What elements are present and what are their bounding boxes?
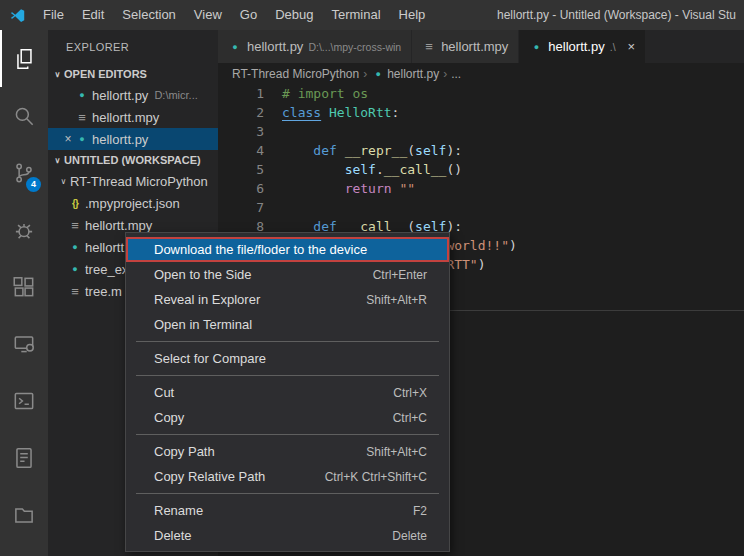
menu-item-label: Copy [154, 410, 184, 425]
context-menu-item-delete[interactable]: DeleteDelete [126, 523, 449, 548]
tab-label: hellortt.mpy [441, 39, 508, 54]
tree-item-label: .mpyproject.json [85, 196, 180, 211]
tab-detail: .\ [610, 41, 616, 53]
context-menu-separator [136, 493, 439, 494]
context-menu-separator [136, 341, 439, 342]
vscode-logo-icon [8, 6, 26, 24]
source-control-badge: 4 [26, 177, 41, 192]
line-number: 7 [218, 198, 282, 217]
file-icon-py: ● [75, 134, 89, 144]
menu-item-label: Download the file/floder to the device [154, 242, 367, 257]
code-text: self.__call__() [282, 160, 462, 179]
open-editor-detail: D:\micr... [154, 89, 197, 101]
breadcrumb-item-hellortt-py[interactable]: ●hellortt.py [371, 67, 439, 81]
activity-source-control-icon[interactable]: 4 [0, 144, 48, 201]
menubar-item-file[interactable]: File [34, 0, 73, 30]
code-text: return "" [282, 179, 415, 198]
menu-item-label: Copy Path [154, 444, 215, 459]
menu-shortcut: F2 [413, 504, 427, 518]
activity-debug-icon[interactable] [0, 201, 48, 258]
tab-label: hellortt.py [247, 39, 303, 54]
breadcrumb-item-rt-thread-micropython[interactable]: RT-Thread MicroPython [232, 67, 359, 81]
file-icon-py: ● [228, 42, 242, 52]
menu-item-label: Copy Relative Path [154, 469, 265, 484]
menubar-item-edit[interactable]: Edit [73, 0, 113, 30]
close-icon[interactable]: × [61, 132, 75, 146]
activity-output-icon[interactable] [0, 429, 48, 486]
context-menu-separator [136, 434, 439, 435]
tab-label: hellortt.py [548, 39, 604, 54]
open-editor-label: hellortt.mpy [92, 110, 159, 125]
editor-tab-hellortt-mpy[interactable]: ≡hellortt.mpy [412, 30, 518, 63]
open-editor-hellortt-py[interactable]: ×●hellortt.py [48, 128, 218, 150]
chevron-down-icon: ∨ [57, 177, 70, 186]
line-number: 1 [218, 84, 282, 103]
breadcrumb-label: hellortt.py [387, 67, 439, 81]
activity-extensions-icon[interactable] [0, 258, 48, 315]
workspace-header[interactable]: ∨ UNTITLED (WORKSPACE) [48, 150, 218, 170]
context-menu-item-open-in-terminal[interactable]: Open in Terminal [126, 312, 449, 337]
context-menu-separator [136, 375, 439, 376]
tree-item-label: tree.m [85, 284, 122, 299]
menubar-item-go[interactable]: Go [231, 0, 266, 30]
context-menu-item-reveal-in-explorer[interactable]: Reveal in ExplorerShift+Alt+R [126, 287, 449, 312]
activity-folder-icon[interactable] [0, 486, 48, 543]
file-icon-py: ● [68, 264, 82, 274]
code-line: 7 [218, 198, 744, 217]
activity-remote-device-icon[interactable] [0, 315, 48, 372]
open-editor-hellortt-py[interactable]: ●hellortt.pyD:\micr... [48, 84, 218, 106]
menu-shortcut: Shift+Alt+C [366, 445, 427, 459]
file-icon-py: ● [75, 90, 89, 100]
code-line: 4 def __repr__(self): [218, 141, 744, 160]
menu-item-label: Open to the Side [154, 267, 252, 282]
open-editors-header[interactable]: ∨ OPEN EDITORS [48, 64, 218, 84]
folder-rt-thread-micropython[interactable]: ∨ RT-Thread MicroPython [48, 170, 218, 192]
code-line: 1# import os [218, 84, 744, 103]
context-menu-item-rename[interactable]: RenameF2 [126, 498, 449, 523]
activity-bar: 4 [0, 30, 48, 556]
menubar-item-help[interactable]: Help [390, 0, 435, 30]
menu-item-label: Reveal in Explorer [154, 292, 260, 307]
tree-item-label: tree_ex [85, 262, 128, 277]
tab-close-icon[interactable]: × [628, 39, 636, 54]
activity-search-icon[interactable] [0, 87, 48, 144]
open-editor-hellortt-mpy[interactable]: ≡hellortt.mpy [48, 106, 218, 128]
tree-item-mpyproject-json[interactable]: {}.mpyproject.json [48, 192, 218, 214]
menubar-item-view[interactable]: View [185, 0, 231, 30]
sidebar-title: EXPLORER [48, 30, 218, 64]
context-menu-item-open-to-the-side[interactable]: Open to the SideCtrl+Enter [126, 262, 449, 287]
code-text: class HelloRtt: [282, 103, 399, 122]
menubar-item-debug[interactable]: Debug [266, 0, 322, 30]
breadcrumb-label: RT-Thread MicroPython [232, 67, 359, 81]
code-line: 3 [218, 122, 744, 141]
menu-bar: FileEditSelectionViewGoDebugTerminalHelp [34, 0, 434, 30]
menubar-item-terminal[interactable]: Terminal [322, 0, 389, 30]
workspace-label: UNTITLED (WORKSPACE) [64, 154, 201, 166]
context-menu-item-copy-relative-path[interactable]: Copy Relative PathCtrl+K Ctrl+Shift+C [126, 464, 449, 489]
editor-tab-hellortt-py-d-mpy-cross-win[interactable]: ●hellortt.pyD:\...\mpy-cross-win [218, 30, 411, 63]
menu-shortcut: Ctrl+K Ctrl+Shift+C [325, 470, 427, 484]
menubar-item-selection[interactable]: Selection [113, 0, 184, 30]
context-menu-item-select-for-compare[interactable]: Select for Compare [126, 346, 449, 371]
context-menu-item-copy-path[interactable]: Copy PathShift+Alt+C [126, 439, 449, 464]
code-line: 2class HelloRtt: [218, 103, 744, 122]
activity-explorer-icon[interactable] [0, 30, 48, 87]
editor-tab-hellortt-py[interactable]: ●hellortt.py.\× [519, 30, 645, 63]
chevron-down-icon: ∨ [51, 156, 64, 165]
context-menu-item-cut[interactable]: CutCtrl+X [126, 380, 449, 405]
breadcrumb-item-item[interactable]: ... [451, 67, 461, 81]
menu-item-label: Open in Terminal [154, 317, 252, 332]
menu-shortcut: Shift+Alt+R [366, 293, 427, 307]
file-icon-mpy: ≡ [68, 218, 82, 233]
menu-shortcut: Delete [392, 529, 427, 543]
context-menu-item-copy[interactable]: CopyCtrl+C [126, 405, 449, 430]
context-menu-item-download-the-file-floder-to-the-device[interactable]: Download the file/floder to the device [126, 237, 449, 262]
breadcrumb: RT-Thread MicroPython›●hellortt.py›... [218, 63, 744, 84]
code-line: 6 return "" [218, 179, 744, 198]
activity-terminal-icon[interactable] [0, 372, 48, 429]
file-icon-py: ● [529, 42, 543, 52]
menu-shortcut: Ctrl+Enter [373, 268, 427, 282]
title-bar: FileEditSelectionViewGoDebugTerminalHelp… [0, 0, 744, 30]
open-editor-label: hellortt.py [92, 132, 148, 147]
open-editors-label: OPEN EDITORS [64, 68, 147, 80]
